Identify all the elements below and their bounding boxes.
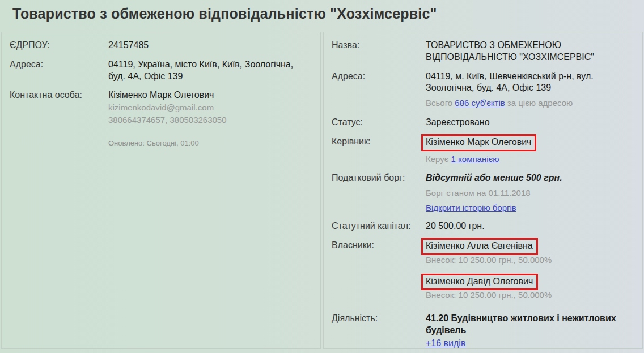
row-head: Керівник: Кізіменко Марк Олегович Керує … xyxy=(332,136,634,165)
manages-companies-link[interactable]: 1 компанією xyxy=(451,154,499,164)
head-label: Керівник: xyxy=(332,136,426,165)
head-name-highlight: Кізіменко Марк Олегович xyxy=(421,134,536,151)
head-name[interactable]: Кізіменко Марк Олегович xyxy=(426,137,531,147)
owner-2-share: Внесок: 10 250.00 грн., 50.000% xyxy=(426,289,634,301)
status-label: Статус: xyxy=(332,117,426,129)
right-panel: Назва: ТОВАРИСТВО З ОБМЕЖЕНОЮ ВІДПОВІДАЛ… xyxy=(323,32,643,349)
contact-name: Кізіменко Марк Олегович xyxy=(108,90,312,101)
debt-history-line: Відкрити історію боргів xyxy=(426,202,634,214)
row-owners: Власники: Кізіменко Алла Євгенівна Внесо… xyxy=(332,240,634,301)
row-address-right: Адреса: 04119, м. Київ, Шевченківський р… xyxy=(332,71,634,109)
owner-2-highlight: Кізіменко Давід Олегович xyxy=(421,274,538,291)
row-name: Назва: ТОВАРИСТВО З ОБМЕЖЕНОЮ ВІДПОВІДАЛ… xyxy=(332,40,634,63)
row-status: Статус: Зареєстровано xyxy=(332,117,634,129)
tax-debt-value: Відсутній або менше 500 грн. xyxy=(426,172,634,184)
row-activity: Діяльність: 41.20 Будівництво житлових і… xyxy=(332,313,634,349)
address-left-label: Адреса: xyxy=(10,59,108,83)
row-edrpou: ЄДРПОУ: 24157485 xyxy=(10,40,312,52)
address-entities-note: Всього 686 суб'єктів за цією адресою xyxy=(426,97,634,109)
name-value: ТОВАРИСТВО З ОБМЕЖЕНОЮ ВІДПОВІДАЛЬНІСТЮ … xyxy=(426,40,634,63)
owner-2-name[interactable]: Кізіменко Давід Олегович xyxy=(426,277,533,286)
activity-label: Діяльність: xyxy=(332,313,426,349)
owner-item: Кізіменко Давід Олегович Внесок: 10 250.… xyxy=(426,275,634,302)
row-capital: Статутний капітал: 20 500.00 грн. xyxy=(332,220,634,232)
owners-label: Власники: xyxy=(332,240,426,301)
open-debt-history-link[interactable]: Відкрити історію боргів xyxy=(426,203,516,212)
status-value: Зареєстровано xyxy=(426,117,634,129)
activity-more-line: +16 видів xyxy=(426,338,634,349)
activity-value: 41.20 Будівництво житлових і нежитлових … xyxy=(426,313,634,337)
left-panel: ЄДРПОУ: 24157485 Адреса: 04119, Україна,… xyxy=(1,32,321,349)
owner-1-highlight: Кізіменко Алла Євгенівна xyxy=(421,238,538,255)
contact-label: Контактна особа: xyxy=(10,90,108,148)
contact-phones: 380664374657, 380503263050 xyxy=(108,114,312,126)
owner-1-name[interactable]: Кізіменко Алла Євгенівна xyxy=(426,241,533,250)
page-title: Товариство з обмеженою відповідальністю … xyxy=(0,0,644,22)
address-left-value: 04119, Україна, місто Київ, Київ, Зоолог… xyxy=(108,59,312,83)
row-address-left: Адреса: 04119, Україна, місто Київ, Київ… xyxy=(10,59,312,83)
head-companies-note: Керує 1 компанією xyxy=(426,153,634,165)
contact-email: kizimenkodavid@gmail.com xyxy=(108,101,312,114)
owner-item: Кізіменко Алла Євгенівна Внесок: 10 250.… xyxy=(426,240,634,266)
tax-debt-label: Податковий борг: xyxy=(332,172,426,213)
name-label: Назва: xyxy=(332,40,426,63)
row-contact: Контактна особа: Кізіменко Марк Олегович… xyxy=(10,90,312,148)
tax-debt-date-note: Борг станом на 01.11.2018 xyxy=(426,187,634,199)
address-right-label: Адреса: xyxy=(332,71,426,109)
edrpou-label: ЄДРПОУ: xyxy=(10,40,108,52)
entities-at-address-link[interactable]: 686 суб'єктів xyxy=(455,98,505,108)
info-panels: ЄДРПОУ: 24157485 Адреса: 04119, Україна,… xyxy=(1,32,643,349)
capital-label: Статутний капітал: xyxy=(332,220,426,232)
more-activities-link[interactable]: +16 видів xyxy=(426,338,465,348)
address-right-value: 04119, м. Київ, Шевченківський р-н, вул.… xyxy=(426,71,634,95)
capital-value: 20 500.00 грн. xyxy=(426,220,634,232)
contact-updated: Оновлено: Сьогодні, 01:00 xyxy=(108,139,312,148)
row-tax-debt: Податковий борг: Відсутній або менше 500… xyxy=(332,172,634,213)
owner-1-share: Внесок: 10 250.00 грн., 50.000% xyxy=(426,254,634,266)
edrpou-value: 24157485 xyxy=(108,40,312,52)
